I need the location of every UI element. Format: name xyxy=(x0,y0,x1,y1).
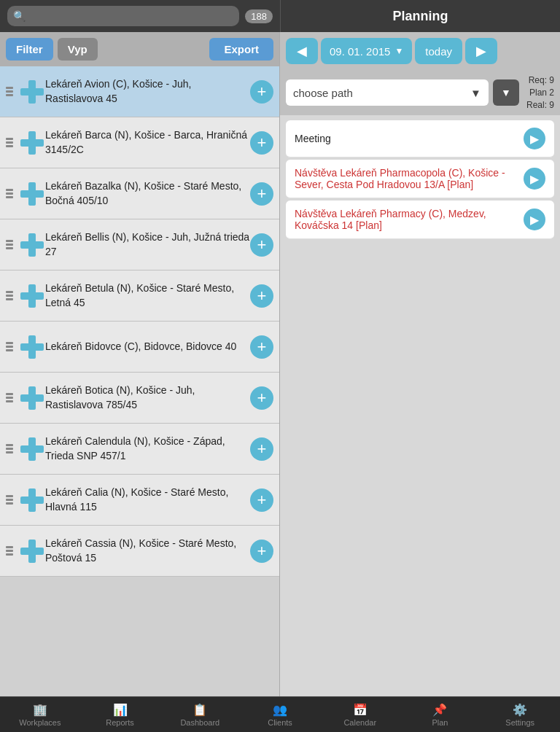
add-item-button[interactable]: + xyxy=(250,80,273,104)
drag-handle-icon xyxy=(6,189,15,198)
list-item-name: Lekáreň Betula (N), Košice - Staré Mesto… xyxy=(45,281,250,310)
list-item[interactable]: Lekáreň Bidovce (C), Bidovce, Bidovce 40… xyxy=(0,322,279,373)
tab-icon-reports: 📊 xyxy=(113,703,128,717)
list-item[interactable]: Lekáreň Botica (N), Košice - Juh, Rastis… xyxy=(0,373,279,424)
drag-handle-icon xyxy=(6,291,15,300)
search-icon: 🔍 xyxy=(13,10,26,22)
right-panel: ◀ 09. 01. 2015 ▼ today ▶ choose path ▼ ▼… xyxy=(280,32,560,696)
pharmacy-cross-icon xyxy=(19,283,45,309)
tab-workplaces[interactable]: 🏢 Workplaces xyxy=(0,697,80,732)
drag-handle-icon xyxy=(6,393,15,402)
add-item-button[interactable]: + xyxy=(250,437,273,461)
tab-label-dashboard: Dashboard xyxy=(180,718,219,727)
list-item-name: Lekáreň Barca (N), Košice - Barca, Hrani… xyxy=(45,128,250,157)
list-item[interactable]: Lekáreň Calendula (N), Košice - Západ, T… xyxy=(0,424,279,475)
list-item-name: Lekáreň Botica (N), Košice - Juh, Rastis… xyxy=(45,383,250,412)
svg-rect-17 xyxy=(20,497,44,504)
path-selector[interactable]: choose path ▼ xyxy=(286,79,489,106)
list-item[interactable]: Lekáreň Betula (N), Košice - Staré Mesto… xyxy=(0,270,279,322)
pharmacy-cross-icon xyxy=(19,538,45,564)
list-item-name: Lekáreň Bellis (N), Košice - Juh, Južná … xyxy=(45,230,250,259)
list-item-name: Lekáreň Bazalka (N), Košice - Staré Mest… xyxy=(45,179,250,208)
export-button[interactable]: Export xyxy=(209,38,273,61)
planning-nav: ◀ 09. 01. 2015 ▼ today ▶ xyxy=(280,32,560,70)
header-left: 🔍 188 xyxy=(0,0,280,32)
tab-icon-workplaces: 🏢 xyxy=(33,703,47,717)
tab-icon-dashboard: 📋 xyxy=(192,703,207,717)
planning-item-text: Meeting xyxy=(295,133,524,144)
pharmacy-cross-icon xyxy=(19,334,45,360)
add-item-button[interactable]: + xyxy=(250,488,273,512)
list-item-name: Lekáreň Cassia (N), Košice - Staré Mesto… xyxy=(45,537,250,565)
pharmacy-cross-icon xyxy=(19,385,45,411)
left-panel: Filter Vyp Export Lekáreň Avion (C), Koš… xyxy=(0,32,280,696)
pharmacy-cross-icon xyxy=(19,487,45,513)
planning-item[interactable]: Meeting ▶ xyxy=(286,120,554,157)
tab-icon-clients: 👥 xyxy=(273,703,287,717)
tab-reports[interactable]: 📊 Reports xyxy=(80,697,160,732)
filter-button[interactable]: Filter xyxy=(6,38,53,61)
req-label: Req: 9 xyxy=(526,74,554,87)
list-item[interactable]: Lekáreň Bazalka (N), Košice - Staré Mest… xyxy=(0,168,279,219)
drag-handle-icon xyxy=(6,87,15,96)
add-item-button[interactable]: + xyxy=(250,233,273,257)
list-item-name: Lekáreň Bidovce (C), Bidovce, Bidovce 40 xyxy=(45,340,250,354)
svg-rect-19 xyxy=(20,548,44,555)
list-item-name: Lekáreň Calendula (N), Košice - Západ, T… xyxy=(45,435,250,463)
left-toolbar: Filter Vyp Export xyxy=(0,32,279,66)
list-item[interactable]: Lekáreň Cassia (N), Košice - Staré Mesto… xyxy=(0,526,279,577)
add-item-button[interactable]: + xyxy=(250,182,273,206)
list-item[interactable]: Lekáreň Calia (N), Košice - Staré Mesto,… xyxy=(0,475,279,526)
list-item[interactable]: Lekáreň Barca (N), Košice - Barca, Hrani… xyxy=(0,117,279,168)
list-item-name: Lekáreň Avion (C), Košice - Juh, Rastisl… xyxy=(45,77,250,106)
list-item-name: Lekáreň Calia (N), Košice - Staré Mesto,… xyxy=(45,486,250,514)
drag-handle-icon xyxy=(6,342,15,351)
add-item-button[interactable]: + xyxy=(250,335,273,359)
svg-rect-7 xyxy=(20,241,44,249)
header-right: Planning xyxy=(280,0,560,32)
date-picker-button[interactable]: 09. 01. 2015 ▼ xyxy=(321,38,412,64)
date-display: 09. 01. 2015 xyxy=(330,45,390,58)
prev-date-button[interactable]: ◀ xyxy=(286,38,318,64)
vyp-button[interactable]: Vyp xyxy=(58,38,98,61)
planning-item-arrow[interactable]: ▶ xyxy=(524,209,545,230)
list-item[interactable]: Lekáreň Bellis (N), Košice - Juh, Južná … xyxy=(0,219,279,270)
tab-plan[interactable]: 📌 Plan xyxy=(400,697,481,732)
planning-item[interactable]: Návštěva Lekáreň Pharmacopola (C), Košic… xyxy=(286,160,554,198)
pharmacy-cross-icon xyxy=(19,79,45,105)
drag-handle-icon xyxy=(6,240,15,249)
path-dropdown-icon: ▼ xyxy=(470,87,481,99)
planning-item-arrow[interactable]: ▶ xyxy=(524,168,545,190)
add-item-button[interactable]: + xyxy=(250,131,273,155)
add-item-button[interactable]: + xyxy=(250,540,273,563)
pharmacy-cross-icon xyxy=(19,436,45,462)
drag-handle-icon xyxy=(6,444,15,453)
pharmacy-cross-icon xyxy=(19,232,45,258)
real-label: Real: 9 xyxy=(526,99,554,112)
svg-rect-1 xyxy=(20,88,44,96)
planning-item-arrow[interactable]: ▶ xyxy=(524,128,545,149)
search-bar[interactable]: 🔍 xyxy=(7,6,239,26)
tab-calendar[interactable]: 📅 Calendar xyxy=(320,697,400,732)
app-header: 🔍 188 Planning xyxy=(0,0,560,32)
svg-rect-5 xyxy=(20,190,44,198)
tab-label-plan: Plan xyxy=(432,718,448,727)
plan-label: Plan 2 xyxy=(526,87,554,99)
svg-rect-3 xyxy=(20,139,44,147)
drag-handle-icon xyxy=(6,138,15,147)
planning-item[interactable]: Návštěva Lekáreň Pharmacy (C), Medzev, K… xyxy=(286,200,554,239)
tab-icon-calendar: 📅 xyxy=(353,703,368,717)
add-item-button[interactable]: + xyxy=(250,284,273,308)
tab-settings[interactable]: ⚙️ Settings xyxy=(480,697,560,732)
path-download-button[interactable]: ▼ xyxy=(493,79,519,106)
svg-rect-15 xyxy=(20,445,44,453)
svg-rect-13 xyxy=(20,394,44,402)
add-item-button[interactable]: + xyxy=(250,386,273,410)
next-date-button[interactable]: ▶ xyxy=(465,38,497,64)
today-button[interactable]: today xyxy=(415,38,462,64)
tab-dashboard[interactable]: 📋 Dashboard xyxy=(160,697,240,732)
svg-rect-11 xyxy=(20,343,44,351)
tab-label-workplaces: Workplaces xyxy=(19,718,61,727)
list-item[interactable]: Lekáreň Avion (C), Košice - Juh, Rastisl… xyxy=(0,66,279,117)
tab-clients[interactable]: 👥 Clients xyxy=(240,697,320,732)
